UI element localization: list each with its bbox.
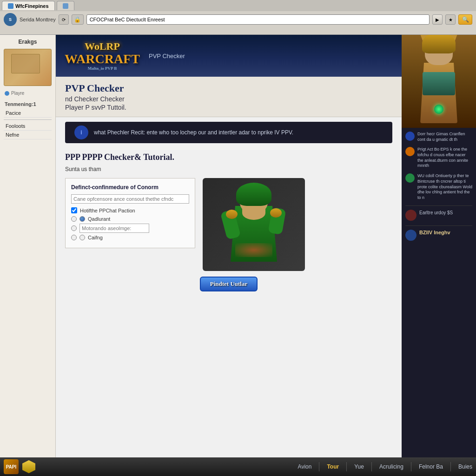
form-radio-section: Qadlurant [71, 216, 189, 222]
hero-teal-accent [423, 72, 455, 95]
form-checkbox-label: Hotifthe PPChat Paction [80, 208, 135, 213]
browser-tab-label: WfcFinepines [15, 3, 49, 9]
taskbar-nav-tour[interactable]: Tour [327, 463, 339, 470]
submit-btn-row: Pindtet Uutlar [65, 277, 392, 291]
taskbar-divider-1 [319, 462, 319, 471]
sidebar-icon-row-1: Playre [4, 90, 52, 97]
page-title-section: PVP Checker nd Checker Checker Player P … [56, 77, 402, 117]
notification-icon: i [74, 126, 88, 139]
news-section-1: Earltre urdoy $S [405, 205, 472, 221]
news-item-3: WU cdoll Ontiuerty p ther te Bintcruse t… [405, 173, 472, 200]
wow-header: WoLRP WARCRAFT Maltn_io PVP B PVP Checke… [56, 35, 402, 77]
character-figure [226, 187, 282, 262]
char-glow [235, 243, 272, 257]
main-content: Erakgs Playre Tenmening:1 Pacice Fooloot… [0, 35, 476, 457]
tab2-favicon [63, 3, 68, 9]
sidebar-item-pacice[interactable]: Pacice [4, 109, 52, 118]
wow-logo-warcraft: WARCRAFT [65, 52, 140, 66]
taskbar-logo[interactable]: PAPI [4, 459, 19, 474]
taskbar-divider-5 [450, 462, 451, 471]
refresh-icon[interactable]: 🔒 [72, 14, 84, 25]
form-radio-1 [71, 216, 77, 222]
news-section-2: BZllV Ineghv [405, 225, 472, 241]
go-icon: ▶ [436, 17, 439, 22]
form-radio-3 [71, 235, 77, 240]
sidebar-item-fooloots[interactable]: Fooloots [4, 122, 52, 131]
char-shoulder-right [270, 208, 282, 218]
notification-avatar-icon: i [80, 129, 82, 136]
taskbar-nav-avion[interactable]: Avion [298, 463, 312, 470]
go-button[interactable]: ▶ [432, 14, 443, 25]
notification-banner: i what Phechler Recit: ente who too loch… [65, 122, 392, 143]
form-input-1[interactable] [71, 194, 189, 204]
pvp-submit-button[interactable]: Pindtet Uutlar [200, 277, 258, 291]
news-text-2: Prigt Act Bo EPS k one the tofchu d cnuu… [417, 147, 472, 169]
news-section-text-1: Earltre urdoy $S [419, 210, 453, 216]
left-sidebar: Erakgs Playre Tenmening:1 Pacice Fooloot… [0, 35, 56, 457]
tutorial-section: PPP PPPP Checker& Tutorial. Sunta us tha… [56, 148, 402, 296]
form-radio-2 [79, 216, 85, 222]
form-section-title: Definct-confinmedure of Conorm [71, 184, 189, 191]
char-shoulder-left [226, 210, 238, 219]
bookmark-button[interactable]: ★ [445, 14, 456, 25]
address-bar-input[interactable] [86, 14, 430, 25]
browser-tab-2[interactable] [57, 1, 74, 10]
page-subtitle-2: Player P svvP Tuttoil. [65, 104, 392, 111]
form-checkbox[interactable] [71, 207, 77, 213]
hero-figure [416, 40, 462, 123]
sidebar-map [4, 49, 52, 86]
form-radio-row-2: Caifng [71, 235, 189, 240]
wow-nav-pvp[interactable]: PVP Checker [149, 53, 185, 60]
taskbar-nav-buies[interactable]: Buies [458, 463, 472, 470]
news-item-2: Prigt Act Bo EPS k one the tofchu d cnuu… [405, 147, 472, 169]
taskbar-divider-4 [411, 462, 411, 471]
right-sidebar: Dorr hecr Gimas Cranflen cont da u gmati… [402, 35, 476, 457]
news-section-text-2: BZllV Ineghv [419, 230, 450, 235]
browser-chrome: WfcFinepines S Serida Monttrey ⟳ 🔒 ▶ ★ 🔍 [0, 0, 476, 35]
news-section-icon-2 [405, 230, 416, 241]
site-title-display: Serida Monttrey [20, 17, 56, 22]
center-content: WoLRP WARCRAFT Maltn_io PVP B PVP Checke… [56, 35, 402, 457]
site-avatar-icon: S [9, 17, 12, 22]
search-button[interactable]: 🔍 [458, 14, 472, 25]
form-checkbox-row: Hotifthe PPChat Paction [71, 207, 189, 213]
taskbar-logo-text: PAPI [6, 464, 17, 469]
taskbar-nav: Avion Tour Yue Acrulicing Felnor Ba Buie… [298, 462, 472, 471]
taskbar-nav-yue[interactable]: Yue [354, 463, 364, 470]
wow-logo: WoLRP WARCRAFT Maltn_io PVP B [65, 40, 139, 72]
character-image [203, 178, 305, 271]
sidebar-item-nefne[interactable]: Nefne [4, 131, 52, 139]
taskbar-nav-felnor[interactable]: Felnor Ba [419, 463, 443, 470]
form-row-1 [71, 194, 189, 204]
tutorial-form-box: Definct-confinmedure of Conorm Hotifthe … [65, 178, 195, 248]
address-bar-lock-icon: 🔒 [74, 16, 81, 23]
char-hood [236, 183, 271, 206]
news-icon-1 [405, 132, 415, 141]
char-beard [242, 206, 265, 220]
browser-tab-bar: WfcFinepines [0, 0, 476, 11]
hero-orb [434, 105, 443, 114]
hero-helmet [422, 35, 456, 53]
news-icon-3 [405, 173, 415, 183]
right-sidebar-hero-image [402, 35, 476, 128]
wow-nav: PVP Checker [149, 53, 185, 60]
news-item-1: Dorr hecr Gimas Cranflen cont da u gmati… [405, 132, 472, 142]
right-sidebar-news: Dorr hecr Gimas Cranflen cont da u gmati… [402, 128, 476, 457]
form-radio-input[interactable] [79, 224, 149, 233]
sidebar-divider [4, 119, 52, 120]
page-subtitle-1: nd Checker Checker [65, 95, 392, 103]
wow-logo-subtitle: Maltn_io PVP B [65, 66, 140, 71]
news-text-3: WU cdoll Ontiuerty p ther te Bintcruse t… [417, 173, 472, 200]
form-radio-4 [79, 235, 85, 240]
taskbar-nav-acrulicing[interactable]: Acrulicing [379, 463, 403, 470]
sidebar-item-player[interactable]: Playre [11, 91, 24, 96]
wow-logo-text: WoLRP WARCRAFT Maltn_io PVP B [65, 41, 140, 71]
taskbar-divider-3 [371, 462, 372, 471]
back-button[interactable]: S [4, 13, 17, 26]
tutorial-intro: Sunta us tham [65, 166, 392, 172]
form-radio-option-row [71, 224, 189, 233]
browser-tab-active[interactable]: WfcFinepines [2, 1, 55, 10]
forward-button[interactable]: ⟳ [59, 14, 69, 25]
wow-logo-wow: WoLRP [65, 41, 140, 52]
form-radio-option-1 [71, 225, 77, 231]
